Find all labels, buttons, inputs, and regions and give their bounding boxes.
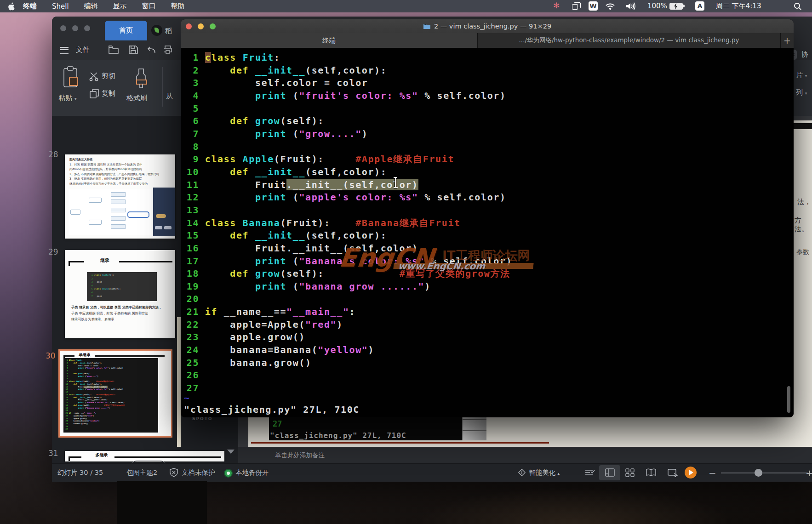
wps-menubar-icon[interactable]: W: [589, 1, 598, 11]
docer-leaf-icon: [151, 25, 162, 36]
terminal-zoom-button[interactable]: [210, 23, 216, 29]
slide-28-text: 面向对象三大特性1、封装 根据 职责将 属性和 方法封装到一个抽象的 类中 py…: [65, 154, 175, 187]
slide-29-code-block: 1class Father():2 3 pass4 5class Child(F…: [87, 272, 157, 301]
menubar-clock[interactable]: 周二 下午4:13: [716, 2, 761, 11]
new-tab-button[interactable]: +: [781, 33, 794, 48]
view-grid-icon[interactable]: [625, 468, 636, 477]
menu-item[interactable]: 终端: [23, 2, 37, 11]
beautify-icon: [517, 468, 526, 477]
slide-28-image: [153, 188, 175, 236]
pinwheel-icon[interactable]: ✻: [553, 1, 560, 10]
menu-item[interactable]: Shell: [52, 2, 69, 11]
terminal-minimize-button[interactable]: [198, 23, 204, 29]
print-icon[interactable]: [162, 45, 173, 55]
embedded-status-line: "class_jicheng.py" 27L, 710C: [270, 431, 406, 440]
menu-item[interactable]: 帮助: [171, 2, 185, 11]
beautify-button[interactable]: 智能美化 ▴: [529, 468, 560, 477]
terminal-scrollbar-thumb[interactable]: [787, 386, 790, 413]
spotlight-search-icon[interactable]: [794, 2, 802, 11]
open-folder-icon[interactable]: [108, 45, 119, 55]
picture-partial-label: 片 ▾: [796, 71, 807, 80]
terminal-content[interactable]: 1class Fruit:2 def __init__(self,color):…: [181, 48, 794, 417]
protection-label[interactable]: 文档未保护: [182, 468, 215, 477]
folder-icon: [423, 23, 431, 29]
view-reading-icon[interactable]: [645, 468, 657, 477]
wps-status-bar: 幻灯片 30 / 35 包图主题2 文档未保护 本地备份开 智能美化 ▴ − +: [52, 463, 812, 482]
play-icon: [689, 470, 693, 475]
terminal-close-button[interactable]: [186, 23, 192, 29]
shield-unprotected-icon: [169, 467, 179, 478]
menu-item[interactable]: 窗口: [142, 2, 156, 11]
notes-placeholder: 单击此处添加备注: [275, 451, 325, 460]
zoom-slider-knob[interactable]: [755, 469, 762, 477]
displays-icon[interactable]: [572, 2, 580, 9]
macos-menubar: 终端Shell编辑显示窗口帮助 ✻ W 100% A 周二 下午4:13: [0, 0, 812, 12]
watermark-url: www.EngCN.com: [398, 261, 486, 272]
notes-bar[interactable]: 单击此处添加备注: [238, 447, 812, 464]
arrange-partial-label: 列 ▾: [796, 88, 807, 97]
cut-icon[interactable]: [89, 71, 100, 81]
backup-label[interactable]: 本地备份开: [235, 468, 269, 477]
file-menu[interactable]: 文件: [76, 46, 90, 54]
ribbon-divider: [162, 67, 163, 107]
wps-zoom-button[interactable]: [84, 25, 90, 31]
format-painter-button[interactable]: 格式刷: [126, 94, 147, 103]
menu-item[interactable]: 编辑: [84, 2, 98, 11]
wallpaper-dark-rect: [117, 481, 207, 524]
docer-tab[interactable]: 稻: [151, 25, 183, 37]
cut-button[interactable]: 剪切: [102, 72, 115, 80]
view-normal-icon[interactable]: [605, 468, 616, 477]
terminal-tab-inactive[interactable]: .../华为网络/hw-python-class/example/window/…: [478, 33, 781, 48]
slide-29-thumbnail[interactable]: 继承 1class Father():2 3 pass4 5class Chil…: [65, 250, 175, 338]
copy-button[interactable]: 复制: [102, 89, 115, 98]
undo-icon[interactable]: [146, 45, 157, 55]
save-icon[interactable]: [128, 45, 139, 55]
slide-29-title: 继承: [93, 257, 116, 264]
paste-button[interactable]: 粘贴 ▾: [58, 94, 77, 103]
slide-30-code-block: 1class Fruit:2 def __init__(self,color):…: [63, 358, 158, 433]
wallpaper-texture: [414, 487, 736, 524]
vim-tilde: ~: [184, 392, 190, 404]
menu-item[interactable]: 显示: [113, 2, 127, 11]
terminal-tabbar: 终端 .../华为网络/hw-python-class/example/wind…: [181, 33, 794, 48]
zoom-out-button[interactable]: −: [709, 467, 716, 478]
input-method-badge[interactable]: A: [695, 1, 704, 11]
canvas-fragment-3: 参数: [796, 248, 809, 256]
play-button[interactable]: [685, 467, 697, 478]
zoom-slider-track[interactable]: [721, 473, 808, 473]
paste-icon[interactable]: [62, 66, 80, 90]
slide-31-title: 多继承: [91, 452, 112, 458]
wps-close-button[interactable]: [60, 25, 66, 31]
slide-31-thumbnail[interactable]: 多继承: [65, 451, 224, 461]
slideshow-icon[interactable]: [667, 468, 679, 477]
volume-icon[interactable]: [625, 2, 636, 10]
apple-menu-icon[interactable]: [8, 2, 16, 11]
terminal-window: 2 — vim class_jicheng.py — 91×29 终端 .../…: [181, 19, 794, 417]
wps-minimize-button[interactable]: [72, 25, 78, 31]
slide-29-number: 29: [48, 247, 58, 256]
copy-icon[interactable]: [89, 88, 100, 99]
canvas-fragment-1: 法，: [797, 198, 811, 206]
thumbnails-scroll-down-icon[interactable]: [227, 450, 234, 454]
wifi-icon[interactable]: [605, 2, 615, 10]
app-menus[interactable]: 终端Shell编辑显示窗口帮助: [0, 2, 185, 11]
terminal-title-text: 2 — vim class_jicheng.py — 91×29: [434, 23, 551, 30]
slide-29-text: 子类 继承自 父类，可以直接 享受 父类中已经封装好的方法，子类 中应该根据 职…: [71, 304, 162, 322]
tab-home[interactable]: 首页: [105, 21, 147, 40]
vim-status-line: "class_jicheng.py" 27L, 710C: [184, 404, 360, 416]
vim-code: 1class Fruit:2 def __init__(self,color):…: [183, 51, 512, 395]
battery-percent: 100%: [647, 2, 667, 10]
hamburger-menu-icon[interactable]: [60, 47, 69, 54]
slide-30-title: 单继承: [75, 353, 94, 358]
slide-30-thumbnail-selected[interactable]: 单继承 1class Fruit:2 def __init__(self,col…: [58, 349, 172, 438]
terminal-tab-active[interactable]: 终端: [181, 33, 478, 48]
slide-28-thumbnail[interactable]: 面向对象三大特性1、封装 根据 职责将 属性和 方法封装到一个抽象的 类中 py…: [65, 154, 175, 239]
format-painter-icon[interactable]: [133, 68, 149, 92]
slide-counter: 幻灯片 30 / 35: [57, 468, 103, 477]
zoom-in-button[interactable]: +: [806, 467, 812, 478]
slide-28-diagram: [69, 189, 151, 235]
checklist-icon[interactable]: [584, 468, 596, 477]
canvas-corner-mark: [794, 123, 812, 129]
terminal-titlebar[interactable]: 2 — vim class_jicheng.py — 91×29: [181, 19, 794, 34]
theme-label[interactable]: 包图主题2: [126, 468, 157, 477]
